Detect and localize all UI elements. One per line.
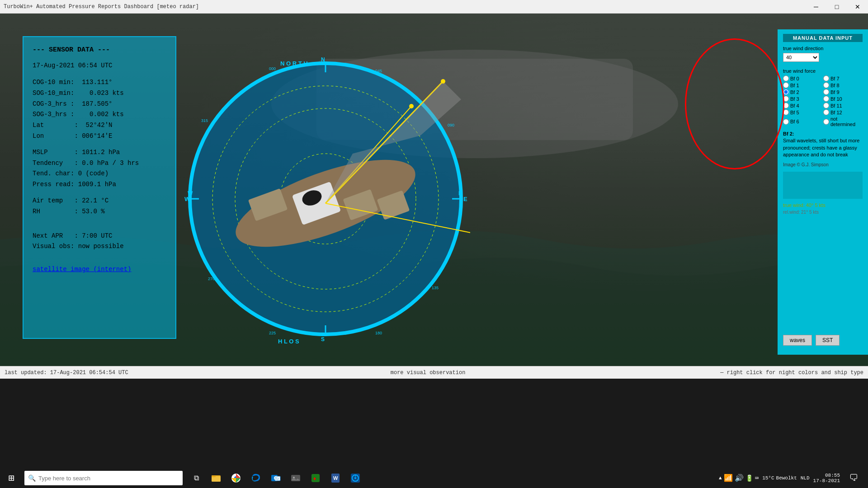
taskbar: ⊞ 🔍 ⧉ OO ♦ W	[0, 468, 868, 488]
svg-text:135: 135	[432, 286, 439, 290]
sys-tray: ▲ 📶 🔊 🔋 ⌨	[719, 474, 759, 483]
bf10-label: Bf 10	[830, 96, 842, 102]
sst-button[interactable]: SST	[816, 335, 840, 346]
sensor-rh: RH : 53.0 %	[33, 206, 166, 217]
satellite-image-link[interactable]: satellite image (internet)	[33, 266, 166, 273]
outlook-icon[interactable]: OO	[266, 468, 286, 488]
bf3-radio[interactable]	[783, 96, 789, 102]
task-view-icon[interactable]: ⧉	[186, 468, 206, 488]
status-right: — right click for night colors and ship …	[720, 370, 868, 376]
sensor-tend-char: Tend. char: 0 (code)	[33, 169, 166, 179]
bf8-item: Bf 8	[823, 82, 863, 88]
svg-text:225: 225	[269, 331, 276, 335]
svg-rect-34	[212, 475, 216, 477]
bf8-radio[interactable]	[823, 82, 829, 88]
bf9-radio[interactable]	[823, 89, 829, 95]
temp-display: 15°C	[762, 475, 774, 481]
wind-direction-select[interactable]: 40 0 10 20 30 50	[783, 53, 819, 62]
bf3-label: Bf 3	[790, 96, 799, 102]
svg-text:W: W	[333, 475, 338, 481]
maximize-button[interactable]: □	[826, 0, 847, 14]
turbowin-icon[interactable]	[345, 468, 365, 488]
ring-west: W	[188, 190, 193, 197]
titlebar-controls: ─ □ ✕	[806, 0, 868, 14]
rel-wind-info: rel.wind: 21° 5 kts	[783, 210, 863, 215]
bf-description: Bf 2: Small wavelets, still short but mo…	[783, 131, 863, 159]
sensor-visual-obs: Visual obs: now possible	[33, 241, 166, 252]
image-credit: Image © G.J. Simpson	[783, 162, 863, 167]
svg-text:O: O	[275, 477, 278, 480]
taskbar-icons: ⧉ OO ♦ W	[186, 468, 365, 488]
solitaire-icon[interactable]: ♦	[306, 468, 326, 488]
bf1-label: Bf 1	[790, 83, 799, 88]
sensor-press-read: Press read: 1009.1 hPa	[33, 179, 166, 190]
sensor-sog3: SOG-3_hrs : 0.002 kts	[33, 109, 166, 120]
bf11-label: Bf 11	[830, 103, 842, 108]
clock-date: 17-8-2021	[813, 478, 840, 483]
bf0-radio[interactable]	[783, 75, 789, 81]
start-button[interactable]: ⊞	[0, 468, 23, 488]
status-left: last updated: 17-Aug-2021 06:54:54 UTC	[0, 370, 136, 376]
weather-display: Bewolkt	[776, 475, 797, 481]
photos-icon[interactable]	[286, 468, 306, 488]
bf1-radio[interactable]	[783, 82, 789, 88]
bf12-label: Bf 12	[830, 110, 842, 115]
sensor-tendency: Tendency : 0.0 hPa / 3 hrs	[33, 158, 166, 169]
sensor-data-panel: --- SENSOR DATA --- 17-Aug-2021 06:54 UT…	[23, 36, 176, 339]
search-input[interactable]	[38, 475, 179, 482]
chevron-up-icon[interactable]: ▲	[719, 475, 722, 481]
sensor-lon: Lon : 006°14'E	[33, 131, 166, 142]
bf5-radio[interactable]	[783, 109, 789, 115]
sensor-blank1	[33, 142, 166, 147]
word-icon[interactable]: W	[326, 468, 345, 488]
bf12-item: Bf 12	[823, 109, 863, 115]
sensor-blank2	[33, 190, 166, 196]
bf3-item: Bf 3	[783, 96, 822, 102]
bf7-item: Bf 7	[823, 75, 863, 81]
bf2-radio[interactable]	[783, 89, 789, 95]
search-bar[interactable]: 🔍	[24, 471, 183, 485]
clock-time: 08:55	[813, 473, 840, 478]
bf10-radio[interactable]	[823, 96, 829, 102]
wind-direction-label: true wind direction	[783, 46, 863, 51]
main-area: --- SENSOR DATA --- 17-Aug-2021 06:54 UT…	[0, 14, 868, 366]
chrome-icon[interactable]	[226, 468, 246, 488]
bf7-label: Bf 7	[830, 76, 840, 81]
bf2-label: Bf 2	[790, 89, 799, 95]
notification-button[interactable]: 🗨	[844, 468, 863, 488]
edge-icon[interactable]	[246, 468, 266, 488]
waves-button[interactable]: waves	[783, 335, 812, 346]
titlebar: TurboWin+ Automated Pressure Reports Das…	[0, 0, 868, 14]
manual-data-panel: MANUAL DATA INPUT true wind direction 40…	[778, 29, 868, 355]
svg-point-29	[409, 104, 414, 108]
clock: 08:55 17-8-2021	[813, 473, 840, 483]
radar-container: N O R T H H L O S E W Bf 9 Bf 6 Bf 3 E W…	[176, 23, 475, 366]
bf4-radio[interactable]	[783, 103, 789, 108]
close-button[interactable]: ✕	[847, 0, 868, 14]
wind-force-label: true wind force	[783, 68, 863, 74]
minimize-button[interactable]: ─	[806, 0, 826, 14]
battery-icon: 🔋	[745, 474, 753, 482]
sensor-air-temp: Air temp : 22.1 °C	[33, 196, 166, 206]
sensor-mslp: MSLP : 1011.2 hPa	[33, 147, 166, 158]
bf7-radio[interactable]	[823, 75, 829, 81]
ring-north: N	[321, 56, 325, 63]
panel-buttons: waves SST	[783, 335, 840, 346]
bf5-item: Bf 5	[783, 109, 822, 115]
bf6-radio[interactable]	[783, 119, 789, 125]
svg-text:♦: ♦	[313, 475, 316, 482]
file-explorer-icon[interactable]	[206, 468, 226, 488]
bf-nd-item: not determined	[823, 116, 863, 127]
bf-nd-radio[interactable]	[823, 119, 829, 125]
bf2-item: Bf 2	[783, 89, 822, 95]
svg-text:180: 180	[375, 331, 382, 335]
language-display: NLD	[801, 475, 810, 481]
bf-desc-text: Small wavelets, still short but more pro…	[783, 138, 859, 157]
bf12-radio[interactable]	[823, 109, 829, 115]
titlebar-title: TurboWin+ Automated Pressure Reports Das…	[0, 4, 199, 10]
bf11-radio[interactable]	[823, 103, 829, 108]
sensor-next-apr: Next APR : 7:00 UTC	[33, 231, 166, 242]
wave-image-placeholder	[783, 172, 863, 199]
manual-panel-title: MANUAL DATA INPUT	[783, 34, 863, 42]
bf9-label: Bf 9	[830, 89, 840, 95]
